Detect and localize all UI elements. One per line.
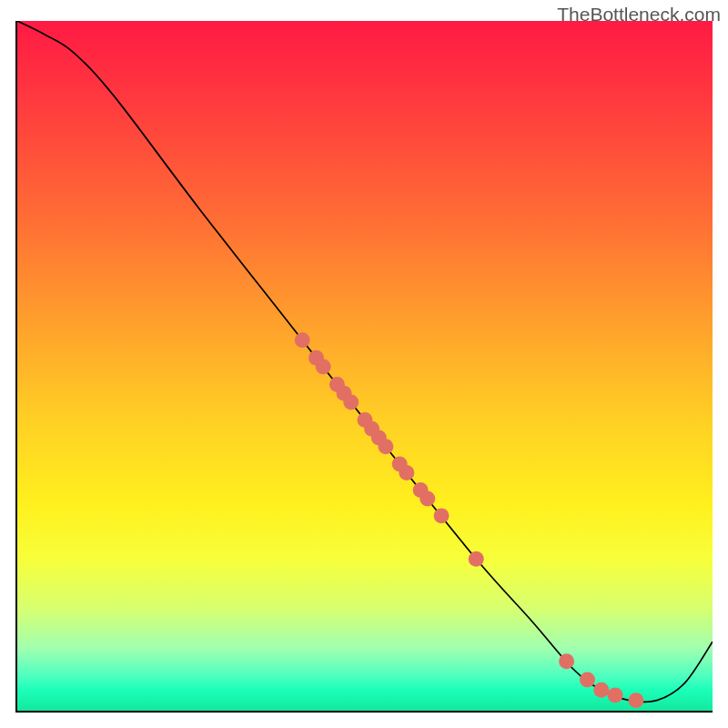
bottleneck-curve-path bbox=[17, 21, 713, 703]
curve-dot bbox=[399, 465, 414, 480]
chart-container: TheBottleneck.com bbox=[0, 0, 728, 728]
watermark-text: TheBottleneck.com bbox=[557, 4, 721, 25]
curve-dot bbox=[580, 672, 595, 687]
curve-dot bbox=[559, 653, 574, 669]
curve-dot bbox=[434, 508, 450, 523]
curve-svg bbox=[17, 21, 713, 711]
curve-dot bbox=[469, 551, 484, 567]
plot-area bbox=[15, 21, 713, 713]
curve-dot bbox=[295, 332, 310, 348]
curve-dots-group bbox=[295, 332, 644, 708]
curve-dot bbox=[608, 687, 623, 703]
curve-dot bbox=[378, 439, 393, 454]
curve-dot bbox=[343, 395, 359, 410]
curve-dot bbox=[593, 682, 609, 698]
curve-dot bbox=[628, 693, 643, 708]
curve-dot bbox=[316, 359, 331, 375]
curve-dot bbox=[420, 490, 435, 506]
